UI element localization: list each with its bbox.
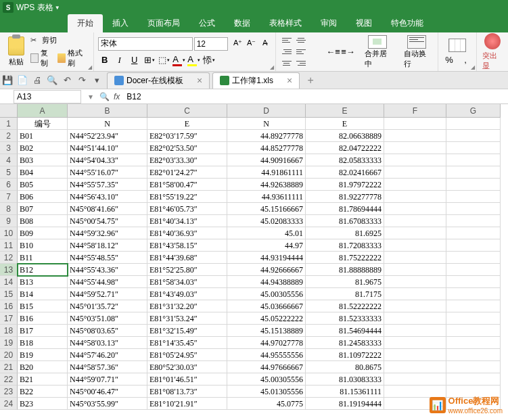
align-bottom-button[interactable] (280, 47, 294, 57)
paste-button[interactable]: 粘贴 (4, 34, 28, 70)
cell-A17[interactable]: B16 (18, 312, 68, 325)
cell-G15[interactable] (446, 288, 501, 300)
align-left-button[interactable] (294, 47, 308, 57)
name-box-dropdown-icon[interactable]: ▾ (84, 90, 97, 103)
fill-color-button[interactable]: ⬚▾ (158, 53, 171, 67)
qa-print-button[interactable]: 🖨 (30, 74, 44, 87)
col-header-F[interactable]: F (384, 104, 446, 118)
row-header-18[interactable]: 18 (0, 325, 18, 337)
cell-B22[interactable]: N44°59′07.71″ (68, 373, 147, 386)
cell-A12[interactable]: B11 (18, 252, 68, 264)
cell-G7[interactable] (446, 191, 501, 203)
cell-A20[interactable]: B19 (18, 349, 68, 361)
cell-E17[interactable]: 81.52333333 (306, 312, 384, 325)
cell-G21[interactable] (446, 361, 501, 373)
cell-B12[interactable]: N44°55′48.55″ (68, 252, 147, 264)
menu-tab-insert[interactable]: 插入 (103, 14, 138, 32)
row-header-17[interactable]: 17 (0, 312, 18, 325)
cell-C19[interactable]: E81°14′35.45″ (147, 337, 227, 349)
cell-E4[interactable]: 82.05833333 (306, 154, 384, 166)
cell-B8[interactable]: N45°08′41.66″ (68, 203, 147, 215)
cell-G13[interactable] (446, 264, 501, 276)
menu-tab-features[interactable]: 特色功能 (382, 14, 433, 32)
cell-C22[interactable]: E81°01′46.51″ (147, 373, 227, 386)
row-header-6[interactable]: 6 (0, 179, 18, 191)
bold-button[interactable]: B (98, 53, 112, 67)
cell-E23[interactable]: 81.15361111 (306, 386, 384, 398)
cell-A2[interactable]: B01 (18, 130, 68, 142)
cell-G18[interactable] (446, 325, 501, 337)
cell-B11[interactable]: N44°58′18.12″ (68, 239, 147, 252)
cell-C15[interactable]: E81°43′49.03″ (147, 288, 227, 300)
highlight-button[interactable]: A▾ (187, 53, 201, 67)
row-header-20[interactable]: 20 (0, 349, 18, 361)
cell-G8[interactable] (446, 203, 501, 215)
cell-A23[interactable]: B22 (18, 386, 68, 398)
doc-tab-workbook[interactable]: 工作簿1.xls × (212, 72, 300, 89)
cell-B6[interactable]: N44°55′57.35″ (68, 179, 147, 191)
copy-button[interactable]: 复制 (28, 47, 55, 69)
align-top-button[interactable] (280, 35, 294, 46)
cell-F17[interactable] (384, 312, 446, 325)
cell-E20[interactable]: 81.10972222 (306, 349, 384, 361)
cell-G16[interactable] (446, 300, 501, 312)
merge-center-button[interactable]: 合并居中 (361, 34, 394, 70)
cell-C12[interactable]: E81°44′39.68″ (147, 252, 227, 264)
cell-D24[interactable]: 45.0775 (227, 398, 306, 410)
formula-input[interactable] (122, 90, 508, 103)
cell-D5[interactable]: 44.91861111 (227, 166, 306, 179)
cell-D11[interactable]: 44.97 (227, 239, 306, 252)
row-header-24[interactable]: 24 (0, 398, 18, 410)
cell-A4[interactable]: B03 (18, 154, 68, 166)
qa-undo-button[interactable]: ↶ (60, 74, 74, 87)
col-header-E[interactable]: E (306, 104, 384, 118)
cell-E12[interactable]: 81.75222222 (306, 252, 384, 264)
cell-A19[interactable]: B18 (18, 337, 68, 349)
cell-F12[interactable] (384, 252, 446, 264)
cell-D23[interactable]: 45.01305556 (227, 386, 306, 398)
menu-tab-start[interactable]: 开始 (68, 14, 103, 32)
cell-D6[interactable]: 44.92638889 (227, 179, 306, 191)
cell-F11[interactable] (384, 239, 446, 252)
cell-E6[interactable]: 81.97972222 (306, 179, 384, 191)
cell-D12[interactable]: 44.93194444 (227, 252, 306, 264)
cell-C21[interactable]: E80°52′30.03″ (147, 361, 227, 373)
row-header-3[interactable]: 3 (0, 142, 18, 154)
font-color-button[interactable]: A▾ (172, 53, 186, 67)
cell-G22[interactable] (446, 373, 501, 386)
cell-F13[interactable] (384, 264, 446, 276)
add-tab-button[interactable]: + (304, 74, 317, 87)
qa-preview-button[interactable]: 🔍 (45, 74, 59, 87)
cell-D7[interactable]: 44.93611111 (227, 191, 306, 203)
cell-C24[interactable]: E81°10′21.91″ (147, 398, 227, 410)
cell-C4[interactable]: E82°03′33.30″ (147, 154, 227, 166)
font-name-select[interactable] (98, 37, 193, 51)
cell-D22[interactable]: 45.00305556 (227, 373, 306, 386)
fx-icon[interactable]: fx (114, 92, 120, 101)
decrease-font-button[interactable]: A⁻ (246, 37, 258, 49)
cell-F6[interactable] (384, 179, 446, 191)
cell-D17[interactable]: 45.05222222 (227, 312, 306, 325)
cell-E16[interactable]: 81.52222222 (306, 300, 384, 312)
cell-A10[interactable]: B09 (18, 227, 68, 239)
qa-redo-button[interactable]: ↷ (75, 74, 89, 87)
cell-E8[interactable]: 81.78694444 (306, 203, 384, 215)
cell-D15[interactable]: 45.00305556 (227, 288, 306, 300)
highlight-action-button[interactable]: 突出显 (481, 32, 504, 72)
cell-D9[interactable]: 45.02083333 (227, 215, 306, 227)
italic-button[interactable]: I (113, 53, 126, 67)
cell-C17[interactable]: E81°31′53.24″ (147, 312, 227, 325)
cell-F9[interactable] (384, 215, 446, 227)
col-header-A[interactable]: A (18, 104, 68, 118)
cell-G14[interactable] (446, 276, 501, 288)
cell-G10[interactable] (446, 227, 501, 239)
cell-B20[interactable]: N44°57′46.20″ (68, 349, 147, 361)
cell-F5[interactable] (384, 166, 446, 179)
cell-D1[interactable]: N (227, 118, 306, 130)
cell-F15[interactable] (384, 288, 446, 300)
menu-tab-formula[interactable]: 公式 (189, 14, 225, 32)
qa-saveas-button[interactable]: 📄 (16, 74, 29, 87)
doc-tab-docer[interactable]: Docer-在线模板 × (107, 72, 210, 89)
cell-C23[interactable]: E81°08′13.73″ (147, 386, 227, 398)
cell-D14[interactable]: 44.94388889 (227, 276, 306, 288)
